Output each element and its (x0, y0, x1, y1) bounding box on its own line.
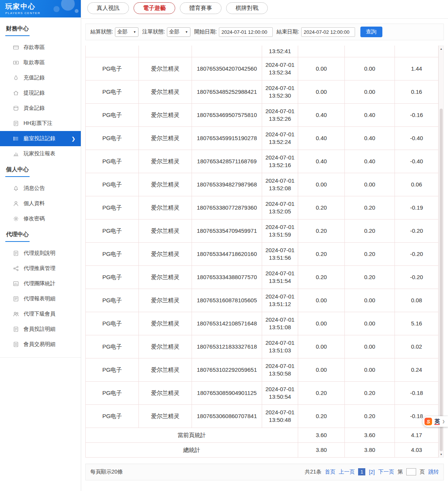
sidebar-item-agent-sub-members[interactable]: 代理下級會員 (0, 306, 81, 322)
tab-sports[interactable]: 體育賽事 (180, 2, 222, 14)
page-1-current[interactable]: 1 (358, 468, 365, 475)
provider-cell: PG电子 (86, 242, 139, 265)
first-page-link[interactable]: 首页 (325, 469, 335, 475)
profit-cell: -0.16 (395, 103, 439, 126)
sidebar-item-member-transaction-detail[interactable]: 會員交易明細 (0, 337, 81, 352)
tab-board-games[interactable]: 棋牌對戰 (226, 2, 268, 14)
total-summary-label: 總統計 (86, 442, 298, 457)
table-row: PG电子 爱尔兰精灵 1807653334388077570 2024-07-0… (86, 265, 439, 289)
table-scrollbar[interactable]: ▲ ▼ (439, 46, 444, 458)
sidebar-item-member-bet-detail[interactable]: 會員投註明細 (0, 322, 81, 337)
jump-page-input[interactable] (406, 468, 416, 475)
sidebar-item-label: 消息公告 (24, 185, 45, 192)
order-cell: 1807653469507575810 (192, 103, 262, 126)
jump-link[interactable]: 跳转 (428, 469, 439, 475)
gear-icon (13, 216, 19, 222)
user-icon (13, 201, 19, 207)
provider-cell: PG电子 (86, 103, 139, 126)
valid-bet-cell: 0.00 (345, 80, 395, 103)
scrollbar-thumb[interactable] (440, 109, 443, 451)
category-tabs: 真人視訊 電子遊藝 體育賽事 棋牌對戰 (81, 0, 448, 19)
sidebar-item-deposit-zone[interactable]: 存款專區 (0, 40, 81, 55)
section-finance-title: 财務中心 (5, 25, 81, 36)
sidebar-item-profile[interactable]: 個人資料 (0, 196, 81, 211)
scroll-down-arrow-icon[interactable]: ▼ (439, 452, 443, 457)
settle-status-select[interactable]: 全部▼ (115, 27, 138, 37)
prev-page-link[interactable]: 上一页 (339, 469, 355, 475)
provider-cell: PG电子 (86, 80, 139, 103)
sidebar-item-label: 個人資料 (24, 200, 45, 207)
table-row: PG电子 爱尔兰精灵 1807653121833327618 2024-07-0… (86, 335, 439, 358)
filter-bar: 結算狀態: 全部▼ 注單狀態: 全部▼ 開始日期: 結束日期: 查詢 (85, 24, 444, 40)
tab-electronic-games[interactable]: 電子遊藝 (134, 2, 175, 14)
order-cell: 1807653334388077570 (192, 265, 262, 289)
valid-bet-cell: 0.00 (345, 358, 395, 381)
game-cell: 爱尔兰精灵 (139, 289, 192, 312)
valid-bet-cell: 0.40 (345, 150, 395, 173)
sidebar-item-label: 會員交易明細 (24, 341, 55, 348)
sidebar-item-recharge-records[interactable]: 充值記錄 (0, 70, 81, 85)
page-2-link[interactable]: [2] (369, 469, 375, 475)
settle-status-label: 結算狀態: (90, 28, 113, 35)
banknote-icon (13, 60, 19, 66)
provider-cell: PG电子 (86, 312, 139, 335)
sidebar-item-player-bet-report[interactable]: 玩家投注報表 (0, 146, 81, 161)
sidebar-item-funds-records[interactable]: 資金記錄 (0, 101, 81, 116)
datetime-cell: 2024-07-0113:50:58 (262, 358, 298, 381)
next-page-link[interactable]: 下一页 (378, 469, 394, 475)
total-summary-bet: 3.80 (298, 442, 345, 457)
profit-cell: -0.20 (395, 265, 439, 289)
sidebar: 玩家中心 PLAYERS CENTER 财務中心 存款專區 取款專區 充值記錄 (0, 0, 81, 491)
datetime-cell: 2024-07-0113:50:54 (262, 381, 298, 404)
translate-widget[interactable]: S 英 ❯ (423, 416, 448, 427)
sidebar-item-agent-report-detail[interactable]: 代理報表明細 (0, 291, 81, 306)
sidebar-item-announcements[interactable]: 消息公告 (0, 181, 81, 196)
section-agent-title: 代理中心 (5, 231, 81, 242)
game-cell: 爱尔兰精灵 (139, 358, 192, 381)
order-cell: 1807653085904901125 (192, 381, 262, 404)
bet-amount-cell: 0.00 (298, 335, 345, 358)
pagination-controls: 共21条 首页 上一页 1 [2] 下一页 第 页 跳转 (305, 468, 439, 475)
total-summary-profit: 4.03 (395, 442, 439, 457)
valid-bet-cell: 0.00 (345, 173, 395, 196)
sidebar-item-label: 玩家投注報表 (24, 150, 55, 157)
table-row: PG电子 爱尔兰精灵 1807653459915190278 2024-07-0… (86, 126, 439, 150)
sidebar-item-hh-lottery-bets[interactable]: HH彩票下注 (0, 116, 81, 131)
sidebar-item-withdrawal-records[interactable]: 提現記錄 (0, 85, 81, 101)
list-icon (13, 136, 19, 142)
game-cell: 爱尔兰精灵 (139, 242, 192, 265)
provider-cell: PG电子 (86, 150, 139, 173)
query-button[interactable]: 查詢 (360, 27, 382, 37)
bar-chart-icon (13, 151, 19, 157)
provider-cell: PG电子 (86, 265, 139, 289)
table-row: PG电子 爱尔兰精灵 1807653102292059651 2024-07-0… (86, 358, 439, 381)
sidebar-item-withdraw-zone[interactable]: 取款專區 (0, 55, 81, 70)
table-row: PG电子 爱尔兰精灵 1807653485252988421 2024-07-0… (86, 80, 439, 103)
end-date-label: 結束日期: (277, 28, 299, 35)
start-date-label: 開始日期: (194, 28, 217, 35)
sidebar-item-agent-rules[interactable]: 代理規則說明 (0, 246, 81, 261)
table-row: PG电子 爱尔兰精灵 1807653504207042560 2024-07-0… (86, 57, 439, 80)
order-status-select[interactable]: 全部▼ (167, 27, 190, 37)
provider-cell: PG电子 (86, 126, 139, 150)
valid-bet-cell: 0.00 (345, 335, 395, 358)
sidebar-item-agent-team-stats[interactable]: 代理團隊統計 (0, 276, 81, 291)
order-cell: 1807653354709459971 (192, 219, 262, 242)
sidebar-item-agent-promotion[interactable]: 代理推廣管理 (0, 261, 81, 276)
decorative-bubble (53, 6, 60, 12)
droplet-icon (13, 75, 19, 81)
sidebar-item-hall-bet-records[interactable]: 廳室投註記錄 ❯ (0, 131, 81, 146)
start-date-input[interactable] (219, 27, 273, 37)
datetime-cell: 2024-07-0113:51:12 (262, 289, 298, 312)
datetime-cell: 2024-07-0113:52:24 (262, 126, 298, 150)
tab-live-casino[interactable]: 真人視訊 (87, 2, 129, 14)
sidebar-item-change-password[interactable]: 修改密碼 (0, 211, 81, 226)
end-date-input[interactable] (301, 27, 355, 37)
order-cell: 1807653428571168769 (192, 150, 262, 173)
page-summary-bet: 3.60 (298, 428, 345, 442)
sidebar-item-label: 廳室投註記錄 (24, 135, 55, 142)
sidebar-item-label: 修改密碼 (24, 215, 45, 222)
translate-language-label: 英 (434, 418, 440, 425)
scroll-up-arrow-icon[interactable]: ▲ (439, 46, 443, 51)
provider-cell: PG电子 (86, 404, 139, 428)
